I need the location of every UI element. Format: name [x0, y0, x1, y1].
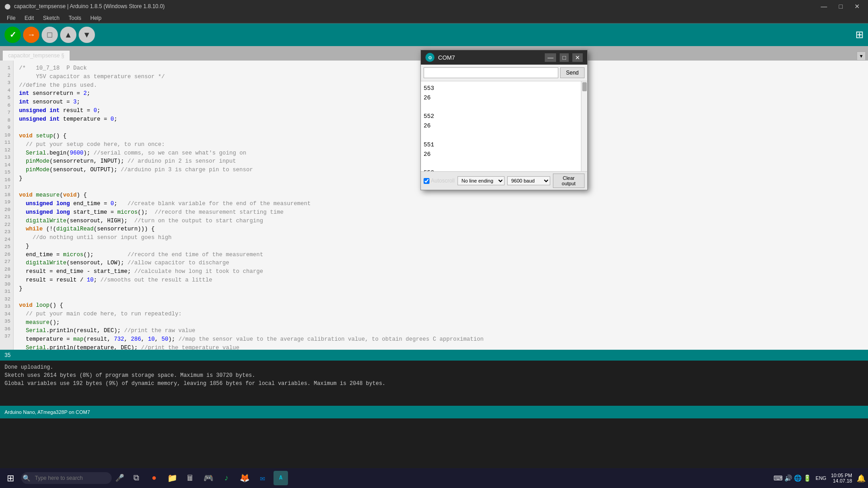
com-dialog: ⊙ COM7 — □ ✕ Send 553 26 552 26 551 26 5… — [420, 50, 588, 190]
email-icon[interactable]: ✉ — [255, 471, 270, 485]
explorer-icon[interactable]: 📁 — [165, 471, 179, 485]
com-dialog-minimize[interactable]: — — [545, 53, 556, 62]
com-output-line: 551 — [424, 141, 585, 150]
clear-output-button[interactable]: Clear output — [553, 174, 585, 188]
baud-rate-select[interactable]: 300 baud 1200 baud 2400 baud 4800 baud 9… — [507, 176, 550, 185]
clock: 10:05 PM 14.07.18 — [831, 473, 852, 483]
save-button[interactable]: ▼ — [79, 27, 95, 43]
com-output-line — [424, 103, 585, 113]
window-title: capacitor_tempsense | Arduino 1.8.5 (Win… — [14, 3, 817, 9]
line-ending-select[interactable]: No line ending Newline Carriage return B… — [458, 176, 505, 185]
app-icon: ⬤ — [5, 3, 10, 9]
arduino-taskbar-icon[interactable]: A — [274, 471, 288, 485]
menu-help[interactable]: Help — [86, 14, 106, 22]
taskbar-app-icons: ⧉ ● 📁 🖩 🎮 ♪ 🦊 ✉ A — [129, 471, 288, 485]
time-display: 10:05 PM — [831, 473, 852, 478]
game-icon[interactable]: 🎮 — [201, 471, 216, 485]
menu-file[interactable]: File — [2, 14, 20, 22]
date-display: 14.07.18 — [831, 478, 852, 483]
com-output-line: 553 — [424, 84, 585, 94]
menu-bar: File Edit Sketch Tools Help — [0, 13, 868, 23]
search-icon: 🔍 — [23, 474, 30, 482]
com-send-input[interactable] — [424, 67, 558, 78]
board-info: Arduino Nano, ATmega328P on COM7 — [5, 409, 90, 415]
com-output-line — [424, 131, 585, 141]
com-dialog-close[interactable]: ✕ — [572, 53, 583, 62]
com-send-button[interactable]: Send — [560, 67, 585, 78]
com-dialog-titlebar: ⊙ COM7 — □ ✕ — [421, 50, 587, 65]
menu-edit[interactable]: Edit — [20, 14, 38, 22]
serial-monitor-button[interactable]: ⊞ — [855, 29, 863, 41]
taskbar: ⊞ 🔍 🎤 ⧉ ● 📁 🖩 🎮 ♪ 🦊 ✉ A ⌨ 🔊 🌐 🔋 ENG 10:0… — [0, 468, 868, 488]
file-tab[interactable]: capacitor_tempsense § — [2, 50, 70, 61]
console-line-2: Global variables use 192 bytes (9%) of d… — [5, 380, 863, 388]
calculator-icon[interactable]: 🖩 — [183, 471, 198, 485]
tab-scroll-button[interactable]: ▾ — [857, 52, 866, 61]
com-footer: Autoscroll No line ending Newline Carria… — [421, 172, 587, 190]
new-button[interactable]: □ — [42, 27, 58, 43]
menu-tools[interactable]: Tools — [64, 14, 86, 22]
com-dialog-title: COM7 — [438, 54, 541, 61]
menu-sketch[interactable]: Sketch — [38, 14, 64, 22]
verify-button[interactable]: ✓ — [5, 27, 21, 43]
maximize-button[interactable]: □ — [835, 3, 846, 10]
notification-icon[interactable]: 🔔 — [857, 474, 866, 483]
firefox-icon[interactable]: 🦊 — [237, 471, 252, 485]
cursor-position: 35 — [5, 352, 10, 358]
com-dialog-logo: ⊙ — [425, 53, 434, 62]
console-line-1: Sketch uses 2614 bytes (8%) of program s… — [5, 371, 863, 380]
upload-button[interactable]: → — [23, 27, 39, 43]
com-output-line: 26 — [424, 94, 585, 103]
autoscroll-checkbox[interactable] — [424, 178, 429, 184]
com-dialog-maximize[interactable]: □ — [560, 53, 569, 62]
microphone-icon-area: 🎤 — [115, 474, 124, 483]
language-indicator: ENG — [816, 475, 826, 481]
task-view-icon[interactable]: ⧉ — [129, 471, 143, 485]
taskbar-right: ⌨ 🔊 🌐 🔋 ENG 10:05 PM 14.07.18 🔔 — [774, 473, 866, 483]
com-output-line: 553 — [424, 169, 585, 172]
system-tray-icons: ⌨ 🔊 🌐 🔋 — [774, 474, 811, 482]
com-output-line: 26 — [424, 150, 585, 160]
com-output-line: 26 — [424, 122, 585, 131]
output-console: Done uploading. Sketch uses 2614 bytes (… — [0, 361, 868, 406]
editor-status-bar: 35 — [0, 350, 868, 361]
com-output[interactable]: 553 26 552 26 551 26 553 26 — [421, 81, 587, 172]
close-button[interactable]: ✕ — [851, 3, 863, 10]
toolbar: ✓ → □ ▲ ▼ ⊞ — [0, 23, 868, 46]
com-input-row: Send — [421, 65, 587, 81]
microphone-icon[interactable]: 🎤 — [115, 474, 124, 483]
autoscroll-text: Autoscroll — [431, 178, 455, 184]
taskbar-search-input[interactable] — [21, 472, 112, 484]
com-output-line: 552 — [424, 112, 585, 122]
com-scrollbar-thumb[interactable] — [582, 82, 587, 91]
open-button[interactable]: ▲ — [60, 27, 76, 43]
line-numbers: 1 2 3 4 5 6 7 8 9 10 11 12 13 14 15 16 1… — [0, 61, 14, 350]
autoscroll-label[interactable]: Autoscroll — [424, 178, 455, 184]
com-output-line — [424, 159, 585, 169]
title-bar: ⬤ capacitor_tempsense | Arduino 1.8.5 (W… — [0, 0, 868, 13]
minimize-button[interactable]: — — [817, 3, 831, 10]
start-button[interactable]: ⊞ — [2, 471, 19, 485]
console-status: Done uploading. — [5, 363, 863, 371]
window-controls: — □ ✕ — [817, 3, 863, 10]
music-icon[interactable]: ♪ — [219, 471, 234, 485]
bottom-status-bar: Arduino Nano, ATmega328P on COM7 — [0, 406, 868, 418]
tab-label: capacitor_tempsense § — [8, 52, 64, 59]
chrome-icon[interactable]: ● — [147, 471, 161, 485]
com-scrollbar[interactable] — [581, 81, 587, 171]
